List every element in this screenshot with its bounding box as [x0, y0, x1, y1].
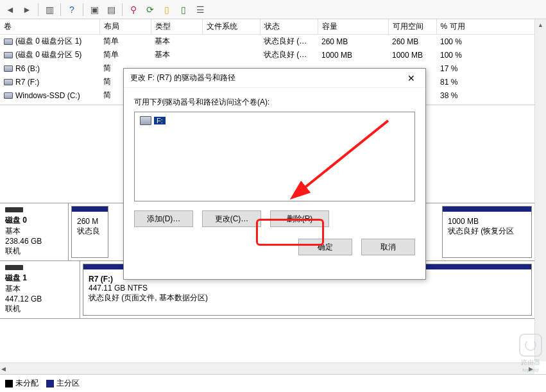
col-layout[interactable]: 布局: [99, 19, 151, 35]
watermark-text1: 路由器: [519, 358, 542, 367]
refresh-icon[interactable]: ⟳: [142, 2, 158, 17]
table-row[interactable]: (磁盘 0 磁盘分区 5)简单基本状态良好 (…1000 MB1000 MB10…: [0, 48, 546, 62]
disk-icon: [5, 207, 23, 212]
dialog-action-row: 添加(D)… 更改(C)… 删除(R): [134, 210, 415, 227]
console-icon[interactable]: ▣: [87, 2, 102, 17]
separator: [60, 3, 61, 16]
horizontal-scrollbar[interactable]: ◀ ▶: [0, 362, 534, 374]
drive-letter-label: F:: [154, 117, 166, 124]
console2-icon[interactable]: ▤: [103, 2, 119, 17]
paste-icon[interactable]: ▯: [176, 2, 191, 17]
col-pct[interactable]: % 可用: [436, 19, 546, 35]
search-icon[interactable]: ⚲: [126, 2, 141, 17]
drive-icon: [140, 116, 151, 125]
disk-header[interactable]: 磁盘 0基本238.46 GB联机: [0, 203, 69, 260]
watermark-text2: luyouqi: [519, 367, 542, 373]
change-drive-letter-dialog: 更改 F: (R7) 的驱动器号和路径 ✕ 可用下列驱动器号和路径访问这个卷(A…: [123, 68, 426, 280]
dialog-instruction: 可用下列驱动器号和路径访问这个卷(A):: [134, 97, 415, 108]
dialog-title: 更改 F: (R7) 的驱动器号和路径: [130, 72, 235, 83]
vertical-scrollbar[interactable]: ▲: [534, 19, 546, 361]
volume-icon: [4, 79, 13, 85]
remove-button[interactable]: 删除(R): [270, 210, 329, 227]
separator: [122, 3, 123, 16]
properties-icon[interactable]: ☰: [192, 2, 208, 17]
legend-unallocated: 未分配: [5, 378, 38, 389]
volume-icon: [4, 92, 13, 99]
close-icon[interactable]: ✕: [402, 71, 420, 85]
col-capacity[interactable]: 容量: [318, 19, 388, 35]
scroll-up-icon[interactable]: ▲: [535, 19, 546, 31]
legend-primary: 主分区: [46, 378, 80, 389]
disk-header[interactable]: 磁盘 1基本447.12 GB联机: [0, 261, 80, 318]
add-button[interactable]: 添加(D)…: [134, 210, 193, 227]
col-status[interactable]: 状态: [260, 19, 318, 35]
separator: [83, 3, 83, 16]
partition[interactable]: 1000 MB状态良好 (恢复分区: [442, 206, 532, 258]
cut-icon[interactable]: ▯: [159, 2, 175, 17]
col-fs[interactable]: 文件系统: [202, 19, 260, 35]
watermark-icon: [519, 334, 542, 357]
separator: [38, 3, 38, 16]
nav-back-icon[interactable]: ◄: [3, 2, 18, 17]
drive-letter-list[interactable]: F:: [134, 112, 415, 201]
volume-icon: [4, 38, 13, 45]
partition[interactable]: 260 M状态良: [71, 206, 108, 258]
change-button[interactable]: 更改(C)…: [202, 210, 261, 227]
dialog-confirm-row: 确定 取消: [134, 239, 415, 255]
table-row[interactable]: (磁盘 0 磁盘分区 1)简单基本状态良好 (…260 MB260 MB100 …: [0, 35, 546, 49]
cancel-button[interactable]: 取消: [361, 239, 415, 255]
ok-button[interactable]: 确定: [298, 239, 352, 255]
view-panel-icon[interactable]: ▥: [42, 2, 57, 17]
legend: 未分配 主分区: [0, 374, 546, 392]
disk-icon: [5, 265, 23, 270]
watermark: 路由器 luyouqi: [519, 334, 542, 373]
col-type[interactable]: 类型: [151, 19, 202, 35]
volume-icon: [4, 65, 13, 72]
dialog-titlebar: 更改 F: (R7) 的驱动器号和路径 ✕: [124, 69, 425, 88]
table-header-row: 卷 布局 类型 文件系统 状态 容量 可用空间 % 可用: [0, 19, 546, 35]
list-item[interactable]: F:: [137, 115, 412, 126]
col-free[interactable]: 可用空间: [388, 19, 436, 35]
toolbar: ◄ ► ▥ ? ▣ ▤ ⚲ ⟳ ▯ ▯ ☰: [0, 0, 546, 19]
scroll-left-icon[interactable]: ◀: [1, 366, 6, 372]
col-volume[interactable]: 卷: [0, 19, 99, 35]
nav-forward-icon[interactable]: ►: [19, 2, 35, 17]
help-icon[interactable]: ?: [64, 2, 80, 17]
volume-icon: [4, 52, 13, 58]
